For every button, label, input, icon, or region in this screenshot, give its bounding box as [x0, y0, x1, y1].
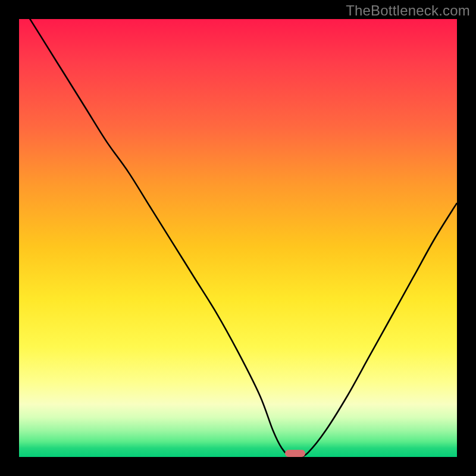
- curve-svg: [19, 19, 457, 457]
- chart-frame: TheBottleneck.com: [0, 0, 476, 476]
- plot-area: [19, 19, 457, 457]
- optimal-marker: [285, 450, 305, 457]
- bottleneck-curve-path: [19, 19, 457, 457]
- watermark-text: TheBottleneck.com: [346, 2, 470, 19]
